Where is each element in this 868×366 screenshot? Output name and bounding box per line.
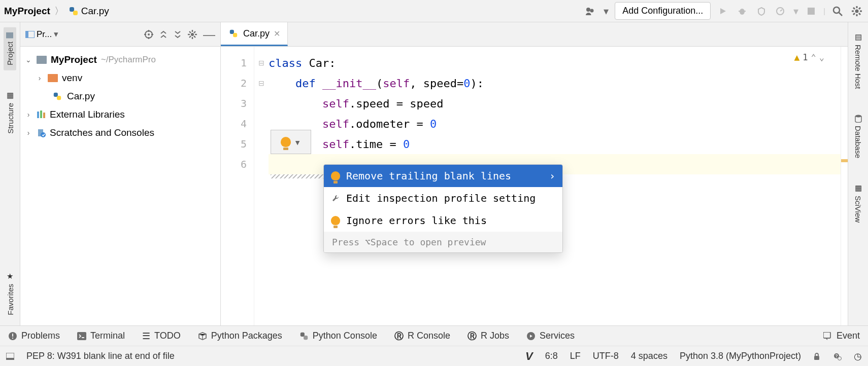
editor-body[interactable]: 1 2 3 4 5 6 ⊟ ⊟ class Car: def __init__(…	[221, 47, 848, 325]
tool-services[interactable]: Services	[526, 331, 575, 341]
code-line[interactable]: self.time = 0	[269, 134, 841, 154]
svg-line-16	[853, 8, 855, 9]
expand-all-icon[interactable]	[159, 30, 168, 39]
breadcrumb-project[interactable]: MyProject	[4, 6, 50, 17]
tool-r-jobs[interactable]: Ⓡ R Jobs	[468, 330, 509, 342]
run-configuration-selector[interactable]: Add Configuration...	[615, 2, 711, 20]
python-file-icon	[52, 91, 63, 102]
profile-icon[interactable]	[774, 4, 788, 18]
status-cursor-position[interactable]: 6:8	[545, 351, 558, 361]
breadcrumb-file[interactable]: Car.py	[81, 6, 109, 17]
tool-stripe-label: SciView	[854, 196, 862, 223]
tool-label: Python Packages	[211, 331, 282, 341]
code-line[interactable]: self.odometer = 0	[269, 114, 841, 134]
project-view-title[interactable]: Pr...	[37, 29, 52, 40]
vim-indicator-icon[interactable]: V	[525, 350, 533, 363]
collapse-all-icon[interactable]	[174, 30, 182, 39]
editor-tab-car[interactable]: Car.py ✕	[221, 22, 288, 46]
left-tool-stripe: Project Structure ▦ Favorites ★	[0, 22, 20, 325]
tree-root-path: ~/PycharmPro	[101, 55, 156, 65]
python-icon	[299, 332, 309, 341]
tool-problems[interactable]: Problems	[8, 331, 60, 341]
intention-remove-trailing-blank[interactable]: Remove trailing blank lines ›	[324, 165, 562, 187]
prev-highlight-icon[interactable]: ⌃	[811, 52, 816, 62]
tool-stripe-sciview[interactable]: ▦ SciView	[852, 178, 865, 228]
intention-ignore-errors[interactable]: Ignore errors like this	[324, 209, 562, 232]
tree-arrow-icon[interactable]: ›	[24, 111, 32, 119]
tool-stripe-structure[interactable]: Structure ▦	[4, 86, 17, 139]
status-encoding[interactable]: UTF-8	[593, 351, 619, 361]
python-file-icon	[228, 28, 239, 39]
line-number[interactable]: 4	[221, 114, 247, 134]
code-line[interactable]: def __init__(self, speed=0):	[269, 73, 841, 93]
bottom-tool-bar: Problems Terminal ☰ TODO Python Packages…	[0, 325, 868, 346]
error-stripe[interactable]	[841, 47, 848, 325]
tree-arrow-icon[interactable]: ⌄	[24, 56, 32, 64]
inspections-widget-icon[interactable]: ?	[832, 352, 842, 361]
readonly-lock-icon[interactable]	[813, 352, 820, 360]
tree-arrow-icon[interactable]: ›	[36, 74, 44, 82]
toolwindow-toggle-icon[interactable]	[6, 353, 14, 360]
tool-python-packages[interactable]: Python Packages	[198, 331, 282, 341]
tool-todo[interactable]: ☰ TODO	[142, 331, 181, 342]
tool-terminal[interactable]: Terminal	[77, 331, 125, 341]
tree-scratches[interactable]: › Scratches and Consoles	[20, 124, 220, 142]
fold-marker-icon[interactable]: ⊟	[254, 53, 269, 73]
stop-icon[interactable]	[804, 4, 818, 18]
next-highlight-icon[interactable]: ⌄	[819, 52, 824, 62]
intention-bulb-button[interactable]: ▾	[271, 130, 311, 154]
tool-r-console[interactable]: Ⓡ R Console	[394, 330, 450, 342]
tree-project-root[interactable]: ⌄ MyProject ~/PycharmPro	[20, 51, 220, 69]
code-line[interactable]: self.speed = speed	[269, 93, 841, 114]
line-number[interactable]: 2	[221, 73, 247, 93]
svg-rect-57	[6, 358, 14, 360]
editor-gutter[interactable]: 1 2 3 4 5 6	[221, 47, 254, 325]
line-number[interactable]: 1	[221, 53, 247, 73]
intention-edit-profile[interactable]: Edit inspection profile setting	[324, 187, 562, 209]
tool-stripe-remote-host[interactable]: ▤ Remote Host	[852, 27, 865, 94]
editor-tab-label: Car.py	[243, 28, 270, 39]
chevron-down-icon[interactable]: ▾	[54, 29, 58, 40]
search-everywhere-icon[interactable]	[830, 4, 845, 18]
code-line[interactable]: class Car:	[269, 53, 841, 73]
settings-icon[interactable]	[850, 4, 864, 18]
tool-stripe-project[interactable]: Project	[4, 27, 16, 70]
tree-arrow-icon[interactable]: ›	[24, 129, 32, 137]
inspection-indicator[interactable]: ▲ 1 ⌃ ⌄	[794, 52, 824, 62]
line-number[interactable]: 6	[221, 154, 247, 174]
dropdown-small-icon[interactable]: ▾	[793, 4, 799, 18]
svg-rect-58	[814, 356, 819, 360]
code-area[interactable]: class Car: def __init__(self, speed=0): …	[269, 47, 841, 325]
tool-stripe-database[interactable]: Database	[852, 109, 864, 163]
coverage-icon[interactable]	[754, 4, 769, 18]
tool-stripe-favorites[interactable]: Favorites ★	[4, 267, 17, 320]
run-icon[interactable]	[716, 4, 730, 18]
tree-ext-libraries[interactable]: › External Libraries	[20, 105, 220, 124]
fold-gutter[interactable]: ⊟ ⊟	[254, 47, 269, 325]
select-opened-file-icon[interactable]	[144, 30, 153, 39]
tool-python-console[interactable]: Python Console	[299, 331, 377, 341]
tool-label: Problems	[21, 331, 60, 341]
project-tree[interactable]: ⌄ MyProject ~/PycharmPro › venv Car.py ›	[20, 47, 220, 146]
warning-marker[interactable]	[841, 159, 848, 162]
status-indent[interactable]: 4 spaces	[631, 351, 667, 361]
fold-marker-icon[interactable]: ⊟	[254, 73, 269, 93]
debug-icon[interactable]	[735, 4, 749, 18]
close-tab-icon[interactable]: ✕	[274, 29, 280, 39]
tool-event-log[interactable]: Event	[823, 331, 860, 341]
r-jobs-icon: Ⓡ	[468, 330, 477, 342]
svg-point-47	[855, 115, 861, 117]
panel-settings-icon[interactable]	[188, 30, 197, 39]
dropdown-icon[interactable]: ▾	[603, 4, 610, 18]
status-line-separator[interactable]: LF	[570, 351, 581, 361]
code-with-me-icon[interactable]	[583, 4, 597, 18]
memory-indicator-icon[interactable]: ◷	[854, 351, 862, 362]
sciview-icon: ▦	[854, 184, 863, 193]
svg-line-10	[839, 13, 842, 16]
hide-panel-icon[interactable]: —	[203, 27, 215, 42]
line-number[interactable]: 3	[221, 93, 247, 114]
status-interpreter[interactable]: Python 3.8 (MyPythonProject)	[680, 351, 801, 361]
line-number[interactable]: 5	[221, 134, 247, 154]
tree-venv[interactable]: › venv	[20, 69, 220, 87]
tree-car-file[interactable]: Car.py	[20, 87, 220, 105]
